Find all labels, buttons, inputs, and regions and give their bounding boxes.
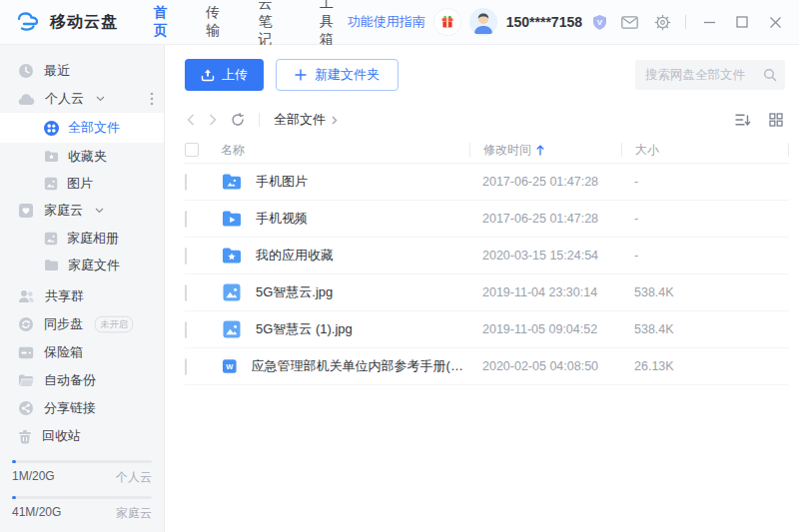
sidebar-item-label: 家庭相册 (67, 230, 119, 248)
minimize-icon[interactable] (697, 10, 721, 34)
column-header-size[interactable]: 大小 (621, 143, 789, 157)
file-size: 538.4K (621, 322, 789, 336)
sidebar-item-auto-backup[interactable]: 自动备份 (0, 366, 164, 394)
sidebar-item-family-files[interactable]: 家庭文件 (0, 252, 164, 278)
sidebar-item-label: 个人云 (45, 90, 84, 108)
file-row[interactable]: 手机视频 2017-06-25 01:47:28 - (185, 201, 789, 238)
sidebar-item-pictures[interactable]: 图片 (0, 170, 164, 197)
sidebar-item-recent[interactable]: 最近 (0, 57, 164, 85)
row-checkbox[interactable] (185, 321, 187, 338)
sidebar-item-family-album[interactable]: 家庭相册 (0, 225, 164, 252)
share-icon (18, 400, 34, 416)
file-name[interactable]: 5G智慧云 (1).jpg (256, 320, 353, 338)
plus-icon (295, 69, 307, 81)
settings-gear-icon[interactable] (650, 10, 674, 34)
sidebar-item-sync-disk[interactable]: 同步盘 未开启 (0, 310, 164, 338)
guide-link[interactable]: 功能使用指南 (348, 13, 425, 31)
file-modified: 2020-02-05 04:08:50 (469, 359, 621, 373)
row-checkbox[interactable] (185, 248, 187, 265)
file-name[interactable]: 手机图片 (256, 173, 308, 191)
row-checkbox[interactable] (185, 358, 187, 375)
svg-text:W: W (226, 362, 234, 371)
file-name[interactable]: 应急管理部机关单位内部参考手册(电子版).docx (252, 357, 469, 375)
family-storage-used: 41M/20G (12, 505, 61, 522)
sidebar-item-label: 最近 (44, 62, 70, 80)
sidebar-item-family-cloud[interactable]: 家庭云 (0, 197, 164, 225)
refresh-icon[interactable] (231, 113, 245, 127)
nav-tab-notes[interactable]: 云笔记 (258, 0, 286, 49)
file-modified: 2019-11-05 09:04:52 (469, 322, 621, 336)
sort-order-icon[interactable] (735, 113, 751, 127)
user-phone[interactable]: 150****7158 (506, 14, 582, 30)
search-box[interactable] (635, 60, 785, 90)
user-avatar[interactable] (469, 8, 497, 36)
sidebar-item-share-links[interactable]: 分享链接 (0, 394, 164, 422)
sidebar-item-label: 家庭文件 (68, 257, 120, 274)
window-controls-divider (685, 15, 686, 29)
sidebar-item-favorites[interactable]: 收藏夹 (0, 143, 164, 170)
vip-badge-icon[interactable]: V (591, 14, 608, 31)
upload-button[interactable]: 上传 (185, 59, 264, 91)
breadcrumb-chevron-icon (332, 116, 338, 125)
people-icon (18, 289, 35, 303)
breadcrumb-current[interactable]: 全部文件 (274, 111, 326, 129)
family-storage-name: 家庭云 (116, 505, 152, 522)
file-modified: 2019-11-04 23:30:14 (469, 285, 621, 299)
chevron-down-icon[interactable] (95, 208, 104, 214)
nav-tab-toolbox[interactable]: 工具箱 (320, 0, 348, 49)
sidebar-item-label: 图片 (67, 175, 93, 193)
sidebar-item-all-files[interactable]: 全部文件 (0, 113, 164, 143)
breadcrumb-bar: 全部文件 (165, 103, 799, 137)
row-checkbox[interactable] (185, 284, 187, 301)
sidebar-item-shared-group[interactable]: 共享群 (0, 282, 164, 310)
select-all-checkbox[interactable] (185, 143, 199, 157)
file-row[interactable]: 手机图片 2017-06-25 01:47:28 - (185, 164, 789, 201)
sidebar-item-label: 同步盘 (44, 315, 83, 333)
column-header-modified[interactable]: 修改时间 (469, 143, 621, 157)
app-logo-icon (16, 11, 42, 33)
all-files-grid-icon (44, 121, 59, 136)
back-arrow-icon[interactable] (187, 114, 195, 126)
file-size: - (621, 175, 789, 189)
forward-arrow-icon[interactable] (209, 114, 217, 126)
nav-tab-home[interactable]: 首页 (154, 4, 172, 40)
search-input[interactable] (645, 68, 763, 82)
file-modified: 2017-06-25 01:47:28 (469, 212, 621, 226)
file-row[interactable]: 我的应用收藏 2020-03-15 15:24:54 - (185, 238, 789, 274)
file-row[interactable]: 5G智慧云 (1).jpg 2019-11-05 09:04:52 538.4K (185, 311, 789, 348)
image-file-icon (221, 281, 243, 303)
file-name[interactable]: 手机视频 (256, 210, 308, 228)
sidebar-item-recycle-bin[interactable]: 回收站 (0, 422, 164, 450)
sidebar-item-personal-cloud[interactable]: 个人云 (0, 85, 164, 113)
svg-text:V: V (597, 18, 603, 27)
breadcrumb[interactable]: 全部文件 (274, 111, 338, 129)
chevron-down-icon[interactable] (96, 96, 105, 102)
storage-summary: 1M/20G 个人云 41M/20G 家庭云 (0, 460, 164, 532)
file-size: 538.4K (621, 285, 789, 299)
file-modified: 2020-03-15 15:24:54 (469, 249, 621, 263)
safe-box-icon (18, 346, 34, 359)
new-folder-button[interactable]: 新建文件夹 (276, 59, 399, 91)
file-row[interactable]: 5G智慧云.jpg 2019-11-04 23:30:14 538.4K (185, 274, 789, 311)
sync-disk-status-badge: 未开启 (95, 316, 134, 333)
app-title: 移动云盘 (50, 12, 118, 33)
file-name[interactable]: 5G智慧云.jpg (256, 283, 333, 301)
file-modified: 2017-06-25 01:47:28 (469, 175, 621, 189)
sidebar-item-safe-box[interactable]: 保险箱 (0, 338, 164, 366)
kebab-menu-icon[interactable] (150, 92, 154, 106)
search-icon[interactable] (763, 68, 777, 82)
grid-view-icon[interactable] (769, 113, 783, 127)
row-checkbox[interactable] (185, 174, 187, 191)
column-header-name[interactable]: 名称 (221, 143, 469, 157)
nav-tab-transfer[interactable]: 传输 (206, 4, 224, 40)
file-name[interactable]: 我的应用收藏 (256, 247, 334, 265)
row-checkbox[interactable] (185, 211, 187, 228)
maximize-icon[interactable] (730, 10, 754, 34)
sidebar-item-label: 回收站 (42, 427, 81, 445)
mail-icon[interactable] (617, 10, 641, 34)
file-row[interactable]: W 应急管理部机关单位内部参考手册(电子版).docx 2020-02-05 0… (185, 348, 789, 385)
file-size: - (621, 249, 789, 263)
gift-icon[interactable] (434, 9, 460, 35)
file-size: 26.13K (621, 359, 789, 373)
close-icon[interactable] (763, 10, 787, 34)
